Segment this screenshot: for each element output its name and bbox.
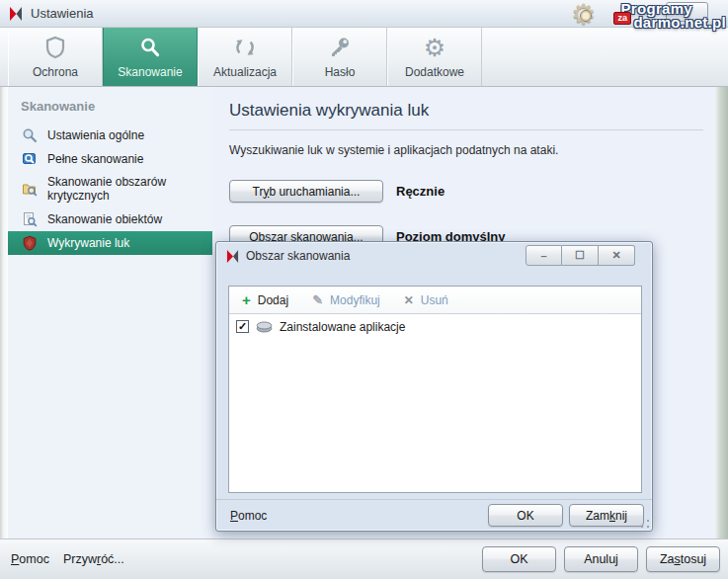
- window-title: Ustawienia: [31, 6, 94, 21]
- page-title: Ustawienia wykrywania luk: [229, 101, 703, 130]
- run-mode-button[interactable]: Tryb uruchamiania...: [229, 180, 383, 203]
- help-link[interactable]: Pomoc: [11, 552, 49, 566]
- sidebar-item-skanowanie-obiektow[interactable]: Skanowanie obiektów: [8, 207, 212, 231]
- kaspersky-logo-icon: [9, 7, 23, 21]
- list-item-label: Zainstalowane aplikacje: [280, 320, 405, 334]
- list-item[interactable]: ✓ Zainstalowane aplikacje: [229, 314, 641, 339]
- run-mode-row: Tryb uruchamiania... Ręcznie: [229, 180, 703, 203]
- resize-grip[interactable]: [640, 519, 650, 529]
- dialog-title: Obszar skanowania: [246, 249, 350, 263]
- minimize-icon: –: [540, 250, 546, 262]
- dialog-help-link[interactable]: Pomoc: [230, 509, 267, 523]
- dialog-maximize-button[interactable]: ☐: [562, 245, 599, 266]
- plus-icon: +: [242, 294, 251, 306]
- cancel-button[interactable]: Anuluj: [564, 546, 638, 572]
- close-icon: ✕: [611, 249, 620, 262]
- dialog-close-action-button[interactable]: Zamknij: [569, 504, 644, 527]
- sidebar-item-label: Wykrywanie luk: [47, 236, 129, 250]
- key-icon: [328, 32, 352, 59]
- red-shield-icon: [22, 235, 38, 251]
- settings-window: Ustawienia ✕ ⚙ Programy za darmo.net.pl …: [0, 0, 728, 579]
- magnifier-icon: [138, 32, 162, 59]
- sidebar-item-label: Skanowanie obiektów: [47, 212, 162, 226]
- scan-scope-list: + Dodaj ✎ Modyfikuj ✕ Usuń ✓ Zainstalowa…: [228, 286, 642, 493]
- sidebar-item-label: Ustawienia ogólne: [47, 128, 144, 142]
- sidebar-item-ustawienia-ogolne[interactable]: Ustawienia ogólne: [8, 124, 212, 147]
- watermark-line2: darmo.net.pl: [633, 14, 726, 31]
- magnifier-icon: [22, 127, 38, 143]
- window-right-frame: [714, 87, 728, 538]
- tab-label: Ochrona: [33, 65, 78, 79]
- page-description: Wyszukiwanie luk w systemie i aplikacjac…: [229, 143, 703, 157]
- installed-apps-icon: [256, 320, 273, 333]
- shield-icon: [44, 32, 66, 59]
- dialog-footer: Pomoc OK Zamknij: [216, 499, 652, 531]
- refresh-icon: [233, 32, 257, 59]
- sidebar-item-label: Pełne skanowanie: [47, 152, 143, 166]
- sidebar-item-pelne-skanowanie[interactable]: Pełne skanowanie: [8, 147, 212, 171]
- screen-scan-icon: [22, 151, 38, 167]
- list-toolbar: + Dodaj ✎ Modyfikuj ✕ Usuń: [229, 287, 641, 314]
- checkbox-checked[interactable]: ✓: [236, 320, 249, 333]
- tab-ochrona[interactable]: Ochrona: [8, 28, 103, 86]
- run-mode-value: Ręcznie: [396, 184, 445, 199]
- window-left-frame: [0, 87, 8, 538]
- dialog-close-button[interactable]: ✕: [599, 245, 635, 266]
- restore-link[interactable]: Przywróć...: [63, 552, 124, 566]
- ok-button[interactable]: OK: [482, 546, 556, 572]
- modify-button[interactable]: ✎ Modyfikuj: [312, 292, 380, 307]
- document-scan-icon: [22, 211, 38, 227]
- x-icon: ✕: [404, 293, 414, 307]
- tab-label: Skanowanie: [118, 65, 182, 79]
- bottom-bar: Pomoc Przywróć... OK Anuluj Zastosuj: [0, 538, 728, 579]
- dialog-window-controls: – ☐ ✕: [526, 245, 635, 266]
- kaspersky-logo-icon: [226, 250, 239, 263]
- pencil-icon: ✎: [312, 292, 323, 307]
- folder-scan-icon: [22, 181, 38, 197]
- gear-icon: ⚙: [424, 32, 445, 59]
- tab-dodatkowe[interactable]: ⚙ Dodatkowe: [387, 28, 482, 86]
- apply-button[interactable]: Zastosuj: [646, 546, 720, 572]
- dialog-minimize-button[interactable]: –: [526, 245, 562, 266]
- dialog-ok-button[interactable]: OK: [488, 504, 563, 527]
- bottom-links: Pomoc Przywróć...: [11, 552, 124, 566]
- add-button[interactable]: + Dodaj: [242, 293, 288, 307]
- tab-label: Aktualizacja: [213, 65, 277, 79]
- check-icon: ✓: [238, 321, 247, 332]
- scan-scope-dialog: Obszar skanowania – ☐ ✕ + Dodaj ✎ Modyfi…: [215, 241, 653, 532]
- sidebar-item-wykrywanie-luk[interactable]: Wykrywanie luk: [8, 231, 212, 255]
- remove-button[interactable]: ✕ Usuń: [404, 293, 448, 307]
- sidebar: Skanowanie Ustawienia ogólne Pełne skano…: [8, 87, 212, 538]
- sidebar-header: Skanowanie: [8, 99, 212, 114]
- watermark-badge: za: [613, 12, 631, 25]
- tab-aktualizacja[interactable]: Aktualizacja: [198, 28, 292, 86]
- maximize-icon: ☐: [575, 249, 585, 262]
- tab-label: Dodatkowe: [405, 65, 464, 79]
- tab-skanowanie[interactable]: Skanowanie: [103, 28, 198, 86]
- sidebar-item-skanowanie-obszarow-krytycznych[interactable]: Skanowanie obszarów krytycznych: [8, 171, 212, 207]
- tab-haslo[interactable]: Hasło: [292, 28, 387, 86]
- watermark-coin-icon: [580, 10, 592, 22]
- tab-label: Hasło: [325, 65, 356, 79]
- sidebar-item-label: Skanowanie obszarów krytycznych: [47, 175, 186, 204]
- watermark: ⚙ Programy za darmo.net.pl: [555, 0, 728, 38]
